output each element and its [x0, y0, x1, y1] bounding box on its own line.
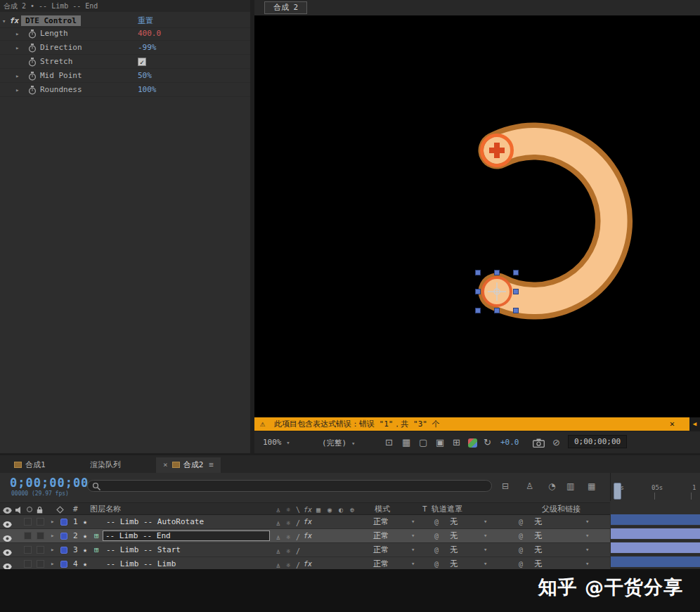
close-tab-icon[interactable]: × [163, 460, 168, 469]
composition-canvas[interactable] [254, 15, 700, 417]
prev-error-icon[interactable]: ◀ [689, 417, 700, 431]
layer-name[interactable]: -- Limb -- Start [106, 543, 181, 556]
mask-visibility-icon[interactable]: ▢ [419, 437, 427, 448]
region-of-interest-icon[interactable]: ▣ [436, 437, 444, 448]
mode-dropdown[interactable]: 正常 [373, 543, 389, 556]
track-matte-dropdown[interactable]: 无 [450, 543, 458, 556]
current-time-indicator[interactable] [614, 483, 621, 500]
parent-pickwhip-icon[interactable]: @ [519, 515, 523, 528]
layer-duration-bar[interactable] [611, 556, 700, 567]
parent-dropdown[interactable]: 无 [534, 543, 542, 556]
track-matte-column-header[interactable]: 轨道遮罩 [432, 504, 462, 515]
property-row-midpoint[interactable]: ▸ Mid Point 50% [0, 69, 250, 83]
collapse-arrow-icon[interactable]: ▾ [2, 14, 6, 28]
shy-toggle-icon[interactable]: ♙ [276, 545, 280, 558]
property-value[interactable]: 100% [138, 83, 157, 97]
parent-pickwhip-icon[interactable]: @ [519, 543, 523, 556]
matte-pickwhip-icon[interactable]: @ [434, 543, 439, 556]
expand-arrow-icon[interactable]: ▸ [51, 529, 54, 542]
chevron-down-icon[interactable]: ▾ [411, 543, 415, 556]
collapse-toggle-icon[interactable]: ☼ [286, 530, 290, 544]
layer-name[interactable]: -- Limb -- AutoRotate [106, 515, 204, 528]
current-timecode[interactable]: 0;00;00;00 [10, 476, 89, 490]
parent-dropdown[interactable]: 无 [534, 515, 542, 528]
shy-toggle-icon[interactable]: ♙ [276, 530, 280, 544]
layer-bars-area[interactable] [611, 500, 700, 569]
expand-arrow-icon[interactable]: ▸ [15, 27, 19, 41]
solo-toggle[interactable] [24, 518, 32, 526]
matte-pickwhip-icon[interactable]: @ [434, 529, 439, 542]
resolution-dropdown[interactable]: (完整) ▾ [322, 438, 355, 448]
time-ruler[interactable]: 0s 05s 1 [610, 473, 700, 501]
shy-layers-icon[interactable]: ♙ [526, 481, 533, 491]
quality-toggle-icon[interactable]: / [296, 545, 300, 558]
tab-comp-1[interactable]: 合成1 [7, 457, 53, 473]
color-management-icon[interactable] [468, 438, 477, 448]
collapse-toggle-icon[interactable]: ☼ [286, 545, 290, 558]
mode-column-header[interactable]: 模式 [375, 504, 390, 515]
track-matte-dropdown[interactable]: 无 [450, 515, 458, 528]
chevron-down-icon[interactable]: ▾ [484, 515, 487, 528]
zoom-dropdown[interactable]: 100% ▾ [263, 438, 290, 447]
label-color-chip[interactable] [60, 519, 67, 526]
parent-link-column-header[interactable]: 父级和链接 [542, 504, 581, 515]
draft-3d-icon[interactable]: ◔ [548, 481, 555, 491]
show-snapshot-icon[interactable]: ⊘ [552, 437, 560, 448]
expand-arrow-icon[interactable]: ▸ [51, 543, 54, 556]
chevron-down-icon[interactable]: ▾ [484, 529, 487, 542]
matte-pickwhip-icon[interactable]: @ [434, 515, 439, 528]
snapshot-camera-icon[interactable] [533, 438, 545, 450]
property-row-length[interactable]: ▸ Length 400.0 [0, 27, 250, 41]
table-row[interactable]: ▸ 1 ★ -- Limb -- AutoRotate ♙ ☼ / fx 正常 … [0, 515, 610, 529]
chevron-down-icon[interactable]: ▾ [411, 529, 415, 542]
preview-timecode[interactable]: 0;00;00;00 [568, 435, 627, 448]
expand-arrow-icon[interactable]: ▸ [51, 515, 54, 528]
table-row[interactable]: ▸ 3 ★ ⊞ -- Limb -- Start ♙ ☼ / 正常 ▾ @ 无 … [0, 543, 610, 557]
chevron-down-icon[interactable]: ▾ [585, 515, 589, 528]
layer-search-box[interactable] [87, 480, 492, 492]
label-color-chip[interactable] [60, 533, 67, 540]
lock-toggle[interactable] [37, 518, 44, 526]
panel-menu-icon[interactable]: ≡ [209, 460, 214, 469]
chevron-down-icon[interactable]: ▾ [484, 543, 487, 556]
layer-name-edit-field[interactable] [103, 530, 270, 541]
shy-toggle-icon[interactable]: ♙ [276, 516, 280, 530]
property-row-roundness[interactable]: ▸ Roundness 100% [0, 83, 250, 97]
roi-icon[interactable]: ⊡ [385, 437, 393, 448]
layer-name-column-header[interactable]: 图层名称 [90, 504, 121, 515]
composition-flowchart-icon[interactable]: ⊟ [502, 481, 509, 491]
property-value[interactable]: 50% [138, 69, 152, 83]
search-input[interactable] [103, 481, 483, 491]
stopwatch-icon[interactable] [28, 86, 37, 100]
property-value[interactable]: -99% [138, 41, 157, 55]
refresh-icon[interactable]: ↻ [484, 437, 491, 448]
layer-duration-bar[interactable] [611, 528, 700, 539]
chevron-down-icon[interactable]: ▾ [585, 529, 589, 542]
solo-toggle[interactable] [24, 532, 32, 540]
exposure-value[interactable]: +0.0 [500, 438, 519, 447]
tab-composition-2[interactable]: 合成 2 [264, 1, 307, 14]
quality-toggle-icon[interactable]: / [296, 516, 300, 530]
lock-toggle[interactable] [37, 532, 44, 540]
layer-duration-bar[interactable] [611, 542, 700, 553]
expand-arrow-icon[interactable]: ▸ [15, 41, 19, 55]
stretch-checkbox[interactable]: ✓ [138, 58, 146, 66]
property-value[interactable]: 400.0 [138, 27, 161, 41]
close-warning-icon[interactable]: ✕ [670, 417, 675, 431]
fx-toggle-icon[interactable]: fx [304, 529, 312, 542]
mode-dropdown[interactable]: 正常 [373, 529, 389, 542]
track-matte-dropdown[interactable]: 无 [450, 529, 458, 542]
graph-editor-icon[interactable]: ▥ [566, 481, 574, 491]
label-color-chip[interactable] [60, 547, 67, 554]
grid-guides-icon[interactable]: ⊞ [453, 437, 460, 448]
solo-toggle[interactable] [24, 546, 32, 554]
lock-toggle[interactable] [37, 560, 44, 568]
fx-toggle-icon[interactable]: fx [304, 515, 312, 528]
lock-toggle[interactable] [37, 546, 44, 554]
quality-toggle-icon[interactable]: / [296, 530, 300, 544]
layer-duration-bar[interactable] [611, 514, 700, 525]
transparency-grid-icon[interactable]: ▦ [402, 437, 410, 448]
tab-render-queue[interactable]: 渲染队列 [83, 457, 128, 473]
chevron-down-icon[interactable]: ▾ [411, 515, 415, 528]
reset-link[interactable]: 重置 [138, 14, 153, 28]
